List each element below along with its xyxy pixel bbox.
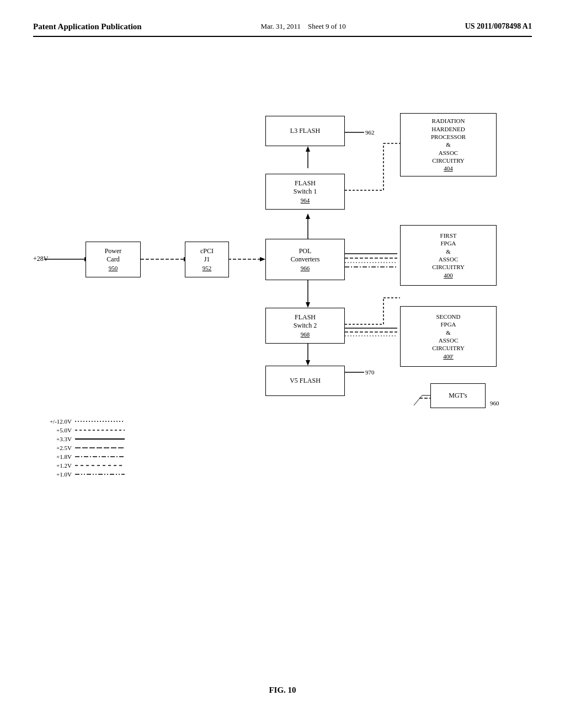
legend-12v-low-label: +1.2V — [33, 462, 72, 469]
v5-flash-box: V5 FLASH — [265, 366, 345, 396]
svg-marker-5 — [260, 257, 265, 261]
legend-10v-label: +1.0V — [33, 471, 72, 478]
pol-converters-box: POLConverters 966 — [265, 239, 345, 280]
radiation-ref: 404 — [444, 164, 453, 172]
legend-10v: +1.0V — [33, 471, 125, 478]
svg-marker-11 — [306, 146, 310, 152]
first-fpga-box: FIRSTFPGA&ASSOCCIRCUITRY 400 — [400, 225, 497, 286]
first-fpga-label: FIRSTFPGA&ASSOCCIRCUITRY — [432, 232, 465, 271]
flash-switch2-label: FLASHSwitch 2 — [294, 313, 317, 330]
svg-marker-7 — [306, 213, 310, 219]
mgts-label: MGT's — [449, 392, 467, 400]
flash-switch2-ref: 968 — [301, 330, 310, 338]
legend-5v: +5.0V — [33, 427, 125, 433]
legend-33v: +3.3V — [33, 436, 125, 442]
header-left: Patent Application Publication — [33, 22, 142, 31]
first-fpga-ref: 400 — [444, 271, 453, 279]
voltage-input-label: +28V — [33, 255, 48, 263]
legend-12v-low: +1.2V — [33, 462, 125, 469]
legend-5v-label: +5.0V — [33, 427, 72, 433]
header-right: US 2011/0078498 A1 — [465, 22, 532, 31]
header-center: Mar. 31, 2011 Sheet 9 of 10 — [260, 22, 345, 31]
legend-33v-label: +3.3V — [33, 436, 72, 442]
legend-18v-label: +1.8V — [33, 453, 72, 460]
svg-marker-13 — [306, 360, 310, 366]
second-fpga-box: SECONDFPGA&ASSOCCIRCUITRY 400' — [400, 306, 497, 367]
page-header: Patent Application Publication Mar. 31, … — [33, 22, 532, 37]
power-card-box: PowerCard 950 — [86, 242, 141, 277]
pol-converters-ref: 966 — [301, 264, 310, 272]
svg-text:962: 962 — [365, 129, 375, 136]
voltage-legend: +/-12.0V +5.0V +3.3V +2.5V +1.8V — [33, 418, 125, 480]
l3-flash-label: L3 FLASH — [290, 127, 320, 136]
cpci-j1-ref: 952 — [202, 264, 212, 272]
legend-25v: +2.5V — [33, 445, 125, 451]
legend-18v: +1.8V — [33, 453, 125, 460]
second-fpga-label: SECONDFPGA&ASSOCCIRCUITRY — [432, 313, 465, 352]
figure-label: FIG. 10 — [269, 686, 296, 695]
mgts-ref: 960 — [490, 400, 499, 406]
power-card-ref: 950 — [109, 264, 118, 272]
svg-line-34 — [414, 395, 422, 405]
flash-switch1-box: FLASHSwitch 1 964 — [265, 174, 345, 210]
v5-flash-label: V5 FLASH — [290, 377, 321, 386]
svg-text:970: 970 — [365, 369, 375, 376]
pol-converters-label: POLConverters — [291, 247, 320, 264]
radiation-label: RADIATIONHARDENEDPROCESSOR&ASSOCCIRCUITR… — [431, 117, 466, 164]
flash-switch1-ref: 964 — [301, 196, 310, 204]
power-card-label: PowerCard — [105, 247, 122, 264]
legend-12v: +/-12.0V — [33, 418, 125, 425]
legend-12v-label: +/-12.0V — [33, 418, 72, 425]
svg-marker-9 — [306, 302, 310, 308]
legend-25v-label: +2.5V — [33, 445, 72, 451]
l3-flash-box: L3 FLASH — [265, 116, 345, 146]
cpci-j1-box: cPCIJ1 952 — [185, 242, 229, 277]
mgts-box: MGT's — [430, 383, 486, 408]
second-fpga-ref: 400' — [443, 352, 453, 360]
flash-switch1-label: FLASHSwitch 1 — [294, 179, 317, 196]
cpci-j1-label: cPCIJ1 — [200, 247, 214, 264]
radiation-box: RADIATIONHARDENEDPROCESSOR&ASSOCCIRCUITR… — [400, 113, 497, 176]
diagram-area: 962 970 — [33, 88, 532, 540]
flash-switch2-box: FLASHSwitch 2 968 — [265, 308, 345, 344]
